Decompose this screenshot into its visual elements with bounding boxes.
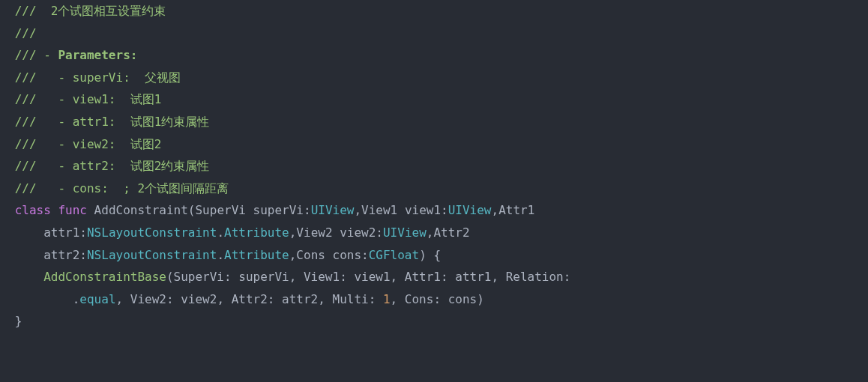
doc-param-desc: 试图2约束属性 bbox=[130, 159, 210, 173]
doc-param-name: attr1: bbox=[73, 115, 130, 129]
doc-parameters-label: Parameters: bbox=[58, 48, 137, 62]
type-name: UIView bbox=[311, 203, 355, 217]
doc-comment-slash: /// bbox=[7, 26, 37, 40]
call-args-mid: , View2: view2, Attr2: attr2, Multi: bbox=[116, 292, 383, 306]
number-literal: 1 bbox=[383, 292, 391, 306]
code-line-11: attr1:NSLayoutConstraint.Attribute,View2… bbox=[7, 222, 861, 244]
param-external-label: View1 bbox=[361, 203, 397, 217]
param-external-label: Attr1 bbox=[498, 203, 534, 217]
keyword-class: class bbox=[7, 203, 51, 217]
param-internal-name: attr1 bbox=[43, 225, 79, 240]
param-external-label: Cons bbox=[296, 248, 325, 262]
param-external-label: View2 bbox=[296, 225, 332, 240]
doc-param-name: superVi: bbox=[73, 70, 145, 85]
function-call: AddConstraintBase bbox=[43, 270, 166, 284]
param-external-label: Attr2 bbox=[433, 225, 469, 240]
param-internal-name: superVi bbox=[253, 203, 304, 217]
code-line-10: class func AddConstraint(SuperVi superVi… bbox=[7, 199, 861, 222]
code-line-1: /// 2个试图相互设置约束 bbox=[7, 0, 861, 22]
param-internal-name: attr2 bbox=[43, 248, 79, 262]
doc-comment-slash: /// - bbox=[7, 70, 73, 85]
indent bbox=[7, 248, 43, 262]
function-name: AddConstraint bbox=[94, 203, 188, 217]
call-args-end: , Cons: cons) bbox=[391, 292, 484, 306]
doc-param-desc: 试图1约束属性 bbox=[130, 115, 210, 129]
doc-comment-slash: /// - bbox=[7, 92, 73, 106]
code-editor[interactable]: /// 2个试图相互设置约束 /// /// - Parameters: ///… bbox=[0, 0, 868, 333]
param-internal-name: view2 bbox=[340, 225, 376, 240]
doc-param-desc: 父视图 bbox=[145, 70, 181, 85]
type-name: UIView bbox=[383, 225, 427, 240]
code-line-2: /// bbox=[7, 22, 861, 45]
call-args: (SuperVi: superVi, View1: view1, Attr1: … bbox=[166, 270, 570, 284]
doc-comment-slash: /// - bbox=[7, 137, 73, 151]
param-external-label: SuperVi bbox=[195, 203, 245, 217]
doc-param-name: attr2: bbox=[73, 159, 130, 173]
doc-param-desc: 试图2 bbox=[130, 137, 162, 151]
type-member: Attribute bbox=[224, 225, 289, 240]
enum-member: equal bbox=[79, 292, 115, 306]
doc-param-name: view2: bbox=[73, 137, 130, 151]
code-line-15: } bbox=[7, 310, 861, 333]
code-line-9: /// - cons: ; 2个试图间隔距离 bbox=[7, 178, 861, 200]
param-internal-name: cons bbox=[333, 248, 362, 262]
brace-close: } bbox=[7, 314, 22, 328]
doc-param-desc: ; 2个试图间隔距离 bbox=[123, 181, 229, 195]
code-line-14: .equal, View2: view2, Attr2: attr2, Mult… bbox=[7, 288, 861, 311]
doc-comment-text: 2个试图相互设置约束 bbox=[51, 4, 166, 18]
code-line-7: /// - view2: 试图2 bbox=[7, 133, 861, 156]
code-line-4: /// - superVi: 父视图 bbox=[7, 67, 861, 89]
param-internal-name: view1 bbox=[405, 203, 441, 217]
code-line-13: AddConstraintBase(SuperVi: superVi, View… bbox=[7, 266, 861, 288]
type-member: Attribute bbox=[224, 248, 289, 262]
code-line-12: attr2:NSLayoutConstraint.Attribute,Cons … bbox=[7, 244, 861, 267]
indent bbox=[7, 270, 43, 284]
type-name: UIView bbox=[448, 203, 492, 217]
doc-comment-slash: /// - bbox=[7, 159, 73, 173]
doc-comment-slash: /// bbox=[7, 4, 51, 18]
doc-comment-slash: /// - bbox=[7, 115, 73, 129]
doc-comment-slash: /// - bbox=[7, 48, 58, 62]
keyword-func: func bbox=[58, 203, 87, 217]
code-line-6: /// - attr1: 试图1约束属性 bbox=[7, 111, 861, 133]
indent bbox=[7, 225, 43, 240]
type-name: NSLayoutConstraint bbox=[87, 225, 217, 240]
indent bbox=[7, 292, 73, 306]
dot: . bbox=[73, 292, 80, 306]
code-line-5: /// - view1: 试图1 bbox=[7, 88, 861, 111]
type-name: CGFloat bbox=[369, 248, 419, 262]
code-line-8: /// - attr2: 试图2约束属性 bbox=[7, 155, 861, 178]
paren-close-brace-open: ) { bbox=[419, 248, 441, 262]
doc-param-name: view1: bbox=[73, 92, 130, 106]
type-name: NSLayoutConstraint bbox=[87, 248, 217, 262]
doc-comment-slash: /// - bbox=[7, 181, 73, 195]
doc-param-name: cons: bbox=[73, 181, 123, 195]
doc-param-desc: 试图1 bbox=[130, 92, 162, 106]
code-line-3: /// - Parameters: bbox=[7, 44, 861, 67]
